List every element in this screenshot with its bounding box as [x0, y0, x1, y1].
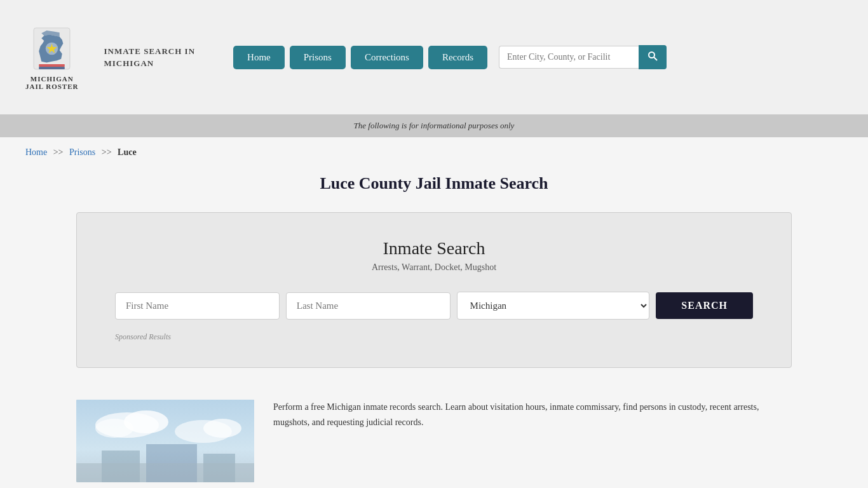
page-title: Luce County Jail Inmate Search — [25, 174, 843, 193]
svg-rect-15 — [146, 444, 197, 482]
nav-home-button[interactable]: Home — [233, 46, 285, 69]
header-search-button[interactable] — [639, 45, 667, 69]
logo-area: MICHIGAN JAIL ROSTER — [25, 25, 78, 90]
nav-records-button[interactable]: Records — [428, 46, 487, 69]
breadcrumb-sep1: >> — [53, 147, 64, 157]
header: MICHIGAN JAIL ROSTER INMATE SEARCH IN MI… — [0, 0, 868, 114]
svg-rect-3 — [39, 64, 65, 66]
svg-rect-7 — [76, 400, 254, 482]
site-title: INMATE SEARCH IN MICHIGAN — [104, 45, 195, 70]
facility-image — [76, 400, 254, 482]
search-form: Michigan SEARCH — [115, 292, 753, 320]
search-submit-button[interactable]: SEARCH — [656, 292, 753, 319]
svg-line-6 — [654, 57, 657, 60]
header-search-area — [499, 45, 667, 69]
svg-point-5 — [649, 52, 654, 58]
search-box-subtitle: Arrests, Warrant, Docket, Mugshot — [115, 262, 753, 273]
last-name-input[interactable] — [286, 292, 451, 320]
search-box-title: Inmate Search — [115, 238, 753, 259]
bottom-section: Perform a free Michigan inmate records s… — [0, 387, 868, 488]
page-title-area: Luce County Jail Inmate Search — [0, 168, 868, 212]
svg-rect-16 — [203, 454, 235, 482]
search-icon — [648, 51, 658, 61]
nav-prisons-button[interactable]: Prisons — [290, 46, 346, 69]
svg-rect-4 — [39, 66, 65, 69]
breadcrumb-prisons[interactable]: Prisons — [69, 147, 95, 157]
info-bar: The following is for informational purpo… — [0, 114, 868, 137]
header-search-input[interactable] — [499, 46, 639, 69]
svg-rect-14 — [102, 451, 140, 482]
svg-point-10 — [95, 419, 133, 438]
svg-rect-13 — [76, 463, 254, 482]
breadcrumb: Home >> Prisons >> Luce — [0, 137, 868, 168]
breadcrumb-home[interactable]: Home — [25, 147, 47, 157]
breadcrumb-sep2: >> — [102, 147, 112, 157]
inmate-search-box: Inmate Search Arrests, Warrant, Docket, … — [76, 212, 792, 368]
bottom-image — [76, 400, 254, 482]
svg-point-12 — [203, 419, 241, 438]
bottom-description: Perform a free Michigan inmate records s… — [273, 400, 792, 430]
sponsored-label: Sponsored Results — [115, 332, 753, 342]
first-name-input[interactable] — [115, 292, 280, 320]
nav-area: Home Prisons Corrections Records — [233, 45, 843, 69]
info-bar-text: The following is for informational purpo… — [354, 121, 515, 130]
nav-corrections-button[interactable]: Corrections — [351, 46, 423, 69]
state-select[interactable]: Michigan — [457, 292, 650, 320]
logo-text: MICHIGAN JAIL ROSTER — [25, 75, 78, 90]
breadcrumb-current: Luce — [118, 147, 137, 157]
michigan-map-icon — [31, 25, 72, 72]
